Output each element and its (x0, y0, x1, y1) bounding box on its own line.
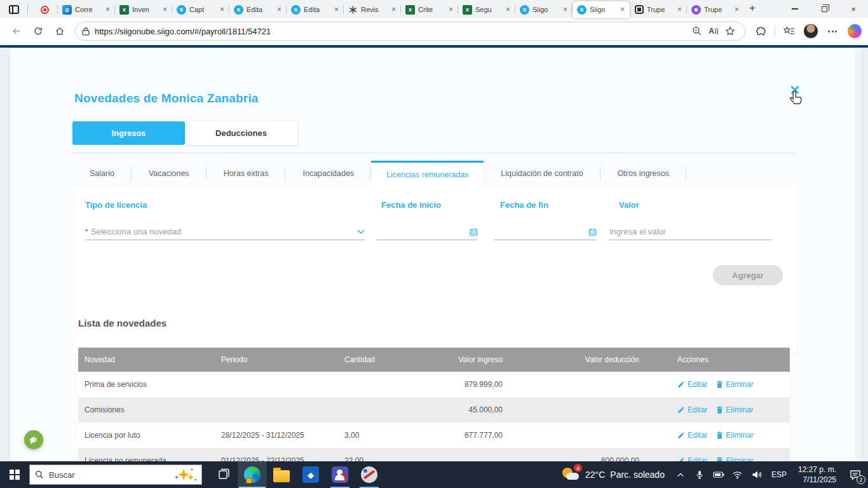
cell-cantidad: 3,00 (336, 431, 402, 440)
announcements-fab[interactable] (24, 430, 43, 449)
refresh-icon[interactable] (28, 21, 48, 41)
profile-avatar[interactable] (803, 24, 818, 39)
taskbar-edge-button[interactable] (238, 461, 267, 488)
browser-tab-captura[interactable]: S Capt × (172, 1, 229, 18)
browser-tab-correo[interactable]: o Corre × (58, 1, 115, 18)
language-indicator[interactable]: ESP (766, 470, 792, 479)
browser-tab-inventario[interactable]: x Inven × (115, 1, 172, 18)
taskbar-search[interactable] (29, 464, 202, 485)
tab-close-icon[interactable]: × (390, 5, 398, 14)
valor-input[interactable] (609, 227, 772, 236)
delete-link[interactable]: Eliminar (716, 456, 753, 461)
delete-link[interactable]: Eliminar (716, 380, 753, 389)
volume-tray-icon[interactable] (747, 461, 766, 488)
browser-tab-revisar[interactable]: Revis × (344, 1, 401, 18)
browser-tab-siigo-active[interactable]: S Siigo × (573, 1, 630, 18)
browser-tab-seguimiento[interactable]: x Segu × (458, 1, 515, 18)
tab-horas-extras[interactable]: Horas extras (207, 161, 286, 186)
browser-tab-siigo-1[interactable]: S Siigo × (515, 1, 573, 18)
delete-link[interactable]: Eliminar (716, 431, 753, 440)
taskbar-app-button[interactable]: ◆ (296, 461, 325, 488)
toggle-ingresos[interactable]: Ingresos (72, 121, 185, 145)
siigo-icon: S (577, 5, 587, 15)
zoom-out-icon[interactable] (689, 23, 705, 39)
tab-close-icon[interactable]: × (447, 5, 455, 14)
chevron-down-icon[interactable] (357, 229, 365, 234)
tray-expand-button[interactable] (671, 461, 690, 488)
delete-link[interactable]: Eliminar (716, 405, 753, 414)
agregar-button[interactable]: Agregar (713, 265, 783, 285)
page-title: Novedades de Monica Zanabria (74, 92, 259, 105)
tab-close-icon[interactable]: × (218, 5, 226, 14)
scrollbar[interactable] (855, 48, 861, 461)
taskbar-recorder-button[interactable] (355, 461, 384, 488)
trash-icon (716, 406, 723, 414)
tipo-licencia-select[interactable]: * Selecciona una novedad (85, 224, 365, 240)
search-input[interactable] (49, 470, 175, 480)
window-close-button[interactable]: × (839, 0, 868, 18)
microphone-tray-icon[interactable] (690, 461, 709, 488)
tab-close-icon[interactable]: × (275, 5, 283, 14)
new-tab-button[interactable]: + (749, 2, 756, 15)
tab-liquidacion-contrato[interactable]: Liquidación de contrato (484, 161, 600, 186)
window-restore-button[interactable] (810, 0, 839, 18)
tab-close-icon[interactable]: × (675, 5, 684, 14)
clock[interactable]: 12:27 p. m. 7/11/2025 (792, 464, 843, 485)
calendar-icon[interactable] (470, 227, 478, 236)
tab-close-icon[interactable]: × (104, 5, 112, 14)
battery-tray-icon[interactable] (709, 461, 728, 488)
fecha-fin-input[interactable] (494, 224, 597, 240)
browser-tab-editar-1[interactable]: S Edita × (229, 1, 287, 18)
task-view-button[interactable] (208, 461, 238, 488)
table-row: Licencia no remunerada 01/12/2025 - 22/1… (78, 448, 790, 461)
tab-close-icon[interactable]: × (618, 5, 627, 14)
calendar-icon[interactable] (588, 227, 597, 236)
tab-close-icon[interactable]: × (504, 5, 512, 14)
siigo-icon: S (520, 5, 529, 15)
copilot-icon[interactable] (848, 24, 862, 38)
edit-link[interactable]: Editar (677, 405, 707, 414)
fecha-inicio-input[interactable] (376, 224, 478, 240)
edit-link[interactable]: Editar (677, 431, 707, 440)
browser-tab-recorder[interactable] (30, 1, 58, 18)
extensions-icon[interactable] (750, 21, 771, 41)
lock-icon (82, 27, 90, 36)
weather-widget[interactable]: 4 22°C Parc. soleado (556, 461, 671, 488)
toggle-deducciones[interactable]: Deducciones (185, 121, 297, 145)
read-aloud-icon[interactable]: A (705, 23, 722, 39)
taskbar-explorer-button[interactable] (267, 461, 296, 488)
edit-link[interactable]: Editar (677, 380, 707, 389)
browser-tab-criterios[interactable]: x Crite × (401, 1, 458, 18)
col-acciones: Acciones (647, 355, 790, 364)
back-icon[interactable] (6, 21, 27, 41)
wifi-tray-icon[interactable] (728, 461, 747, 488)
tab-close-icon[interactable]: × (733, 5, 741, 14)
window-minimize-button[interactable] (780, 0, 810, 18)
tab-vacaciones[interactable]: Vacaciones (132, 161, 207, 186)
tab-close-icon[interactable]: × (161, 5, 169, 14)
start-button[interactable] (0, 461, 29, 488)
tab-otros-ingresos[interactable]: Otros ingresos (600, 161, 686, 186)
browser-tab-title: Inven (132, 6, 161, 13)
notification-center-button[interactable]: 2 (843, 461, 868, 488)
favorite-star-icon[interactable] (722, 23, 738, 39)
home-icon[interactable] (50, 21, 70, 41)
tab-close-icon[interactable]: × (332, 5, 341, 14)
taskbar-teams-button[interactable] (325, 461, 355, 488)
tab-close-icon[interactable]: × (561, 5, 569, 14)
favorites-list-icon[interactable] (779, 21, 799, 41)
fecha-inicio-text[interactable] (376, 227, 470, 236)
browser-tab-trupe-2[interactable]: Trupe × (687, 1, 744, 18)
valor-input-wrap[interactable] (609, 224, 772, 240)
browser-tab-editar-2[interactable]: S Edita × (287, 1, 344, 18)
fecha-fin-text[interactable] (494, 227, 588, 236)
url-text[interactable]: https://siigonube.siigo.com/#/payroll/18… (95, 27, 689, 36)
tab-licencias-remuneradas[interactable]: Licencias remuneradas (371, 161, 484, 186)
browser-menu-icon[interactable] (822, 21, 843, 41)
edit-link[interactable]: Editar (677, 456, 707, 461)
browser-tab-trupe-1[interactable]: Trupe × (630, 1, 687, 18)
tab-workspaces-icon[interactable] (9, 5, 19, 14)
tab-incapacidades[interactable]: Incapacidades (285, 161, 371, 186)
address-bar[interactable]: https://siigonube.siigo.com/#/payroll/18… (75, 22, 745, 41)
tab-salario[interactable]: Salario (72, 161, 132, 186)
